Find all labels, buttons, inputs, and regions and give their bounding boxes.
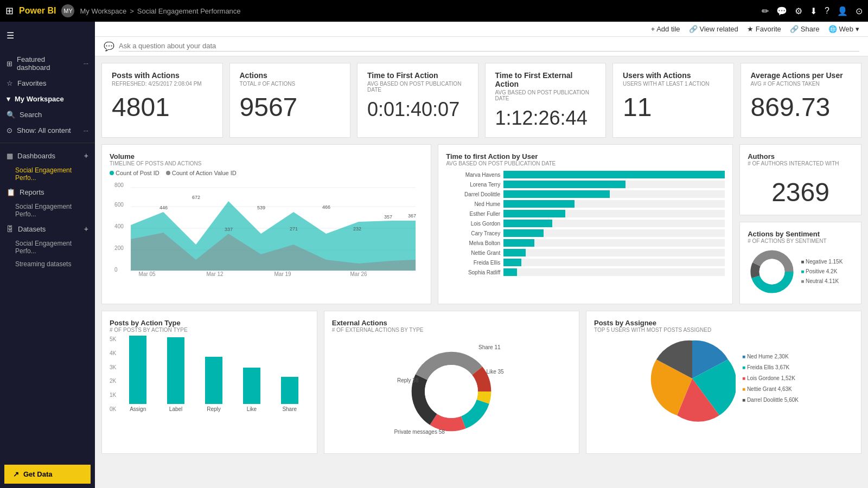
action-bar: Assign — [123, 336, 153, 412]
sentiment-card[interactable]: Actions by Sentiment # OF ACTIONS BY SEN… — [739, 222, 861, 304]
powerbi-logo: Power BI — [19, 6, 56, 16]
view-related-button[interactable]: 🔗 View related — [689, 25, 738, 33]
user-icon[interactable]: 👤 — [837, 6, 848, 16]
assignee-3: Nettie Grant 4,63K — [747, 386, 792, 392]
assignee-subtitle: TOP 5 USERS WITH MOST POSTS ASSIGNED — [594, 327, 853, 333]
action-bar: Like — [237, 368, 267, 412]
report-sub-label: Social Engagement Perfo... — [15, 203, 88, 218]
kpi-subtitle: AVG # OF ACTIONS TAKEN — [751, 81, 852, 87]
kpi-avg-actions[interactable]: Average Actions per User AVG # OF ACTION… — [741, 63, 862, 138]
time-user-chart[interactable]: Time to first Action by User AVG BASED O… — [438, 144, 733, 304]
action-bar: Share — [275, 377, 305, 412]
sidebar-search[interactable]: 🔍 Search — [0, 107, 95, 123]
reports-label: Reports — [20, 188, 44, 196]
kpi-value: 1:12:26:44 — [495, 107, 596, 130]
add-dashboard-icon[interactable]: + — [84, 151, 88, 160]
get-data-button[interactable]: ↗ Get Data — [4, 465, 91, 484]
svg-text:357: 357 — [384, 214, 392, 220]
featured-more-icon[interactable]: ··· — [84, 60, 88, 67]
account-icon[interactable]: ⊙ — [856, 6, 863, 16]
external-donut: Share 11 Like 35 Reply 38 Private messag… — [381, 337, 522, 446]
sidebar-item-my-workspace[interactable]: ▾ My Workspace — [0, 91, 95, 107]
dashboard-icon: ⊞ — [7, 60, 12, 68]
svg-text:400: 400 — [114, 223, 124, 229]
avatar[interactable]: MY — [61, 4, 74, 17]
svg-point-35 — [425, 365, 478, 418]
svg-text:200: 200 — [114, 245, 124, 251]
reports-icon: 📋 — [7, 188, 15, 196]
posts-assignee-chart[interactable]: Posts by Assignee TOP 5 USERS WITH MOST … — [586, 311, 861, 454]
sidebar-item-reports[interactable]: 📋 Reports — [0, 184, 95, 200]
sidebar-item-featured-dashboard[interactable]: ⊞ Featured dashboard ··· — [0, 52, 95, 75]
sidebar-show-all[interactable]: ⊙ Show: All content ··· — [0, 123, 95, 138]
dashboard-toolbar: + Add tile 🔗 View related ★ Favorite 🔗 S… — [95, 22, 868, 37]
neutral-label: Neutral 4.11K — [806, 278, 839, 284]
sidebar-item-datasets[interactable]: 🗄 Datasets + — [0, 221, 95, 237]
sidebar-sub-streaming[interactable]: Streaming datasets — [0, 258, 95, 271]
kpi-title: Time to First External Action — [495, 71, 596, 88]
posts-action-chart[interactable]: Posts by Action Type # OF POSTS BY ACTIO… — [101, 311, 317, 454]
kpi-subtitle: REFRESHED: 4/25/2017 2:08:04 PM — [112, 81, 213, 87]
favorite-button[interactable]: ★ Favorite — [747, 25, 781, 33]
dashboard-sub-label: Social Engagement Perfo... — [15, 166, 88, 182]
settings-icon[interactable]: ⚙ — [795, 6, 802, 16]
download-icon[interactable]: ⬇ — [810, 6, 817, 16]
get-data-icon: ↗ — [13, 470, 19, 478]
svg-text:672: 672 — [192, 195, 200, 200]
action-bar-chart: Assign Label Reply Like Share — [118, 336, 309, 412]
sentiment-subtitle: # OF ACTIONS BY SENTIMENT — [748, 238, 853, 244]
svg-text:466: 466 — [322, 204, 330, 210]
help-icon[interactable]: ? — [825, 6, 829, 16]
kpi-row: Posts with Actions REFRESHED: 4/25/2017 … — [101, 63, 861, 138]
sidebar-item-dashboards[interactable]: ▦ Dashboards + — [0, 147, 95, 164]
add-tile-button[interactable]: + Add tile — [651, 25, 680, 33]
posts-action-title: Posts by Action Type — [110, 319, 309, 327]
kpi-posts-with-actions[interactable]: Posts with Actions REFRESHED: 4/25/2017 … — [101, 63, 223, 138]
sidebar-menu-toggle[interactable]: ☰ — [0, 26, 95, 45]
kpi-title: Posts with Actions — [112, 71, 213, 80]
breadcrumb-workspace[interactable]: My Workspace — [80, 7, 126, 15]
datasets-label: Datasets — [18, 225, 46, 233]
volume-svg: 800 600 400 200 0 446 — [110, 179, 423, 277]
authors-card[interactable]: Authors # OF AUTHORS INTERACTED WITH 236… — [739, 144, 861, 215]
volume-chart[interactable]: Volume TIMELINE OF POSTS AND ACTIONS Cou… — [101, 144, 431, 304]
show-more-icon[interactable]: ··· — [84, 127, 88, 134]
web-button[interactable]: 🌐 Web ▾ — [828, 25, 860, 33]
sidebar-item-favorites[interactable]: ☆ Favorites — [0, 75, 95, 91]
kpi-title: Average Actions per User — [751, 71, 852, 80]
share-button[interactable]: 🔗 Share — [790, 25, 820, 33]
kpi-users-with-actions[interactable]: Users with Actions USERS WITH AT LEAST 1… — [612, 63, 734, 138]
kpi-title: Users with Actions — [623, 71, 724, 80]
time-user-title: Time to first Action by User — [446, 152, 725, 160]
sidebar-sub-report[interactable]: Social Engagement Perfo... — [0, 200, 95, 221]
authors-subtitle: # OF AUTHORS INTERACTED WITH — [748, 160, 853, 166]
dashboards-label: Dashboards — [17, 152, 55, 160]
kpi-value: 869.73 — [751, 92, 852, 122]
assignee-title: Posts by Assignee — [594, 319, 853, 327]
user-bar-row: Nettie Grant — [446, 249, 725, 256]
action-bar: Label — [161, 337, 191, 412]
show-all-label: Show: All content — [17, 126, 71, 134]
star-icon: ☆ — [7, 79, 13, 87]
bottom-row: Posts by Action Type # OF POSTS BY ACTIO… — [101, 311, 861, 454]
edit-icon[interactable]: ✏ — [762, 6, 769, 16]
sidebar-sub-dashboard[interactable]: Social Engagement Perfo... — [0, 164, 95, 184]
apps-icon[interactable]: ⊞ — [5, 5, 14, 17]
qa-bar: 💬 — [95, 37, 868, 56]
kpi-actions[interactable]: Actions TOTAL # OF ACTIONS 9567 — [229, 63, 351, 138]
add-dataset-icon[interactable]: + — [84, 224, 88, 233]
sidebar-sub-dataset1[interactable]: Social Engagement Perfo... — [0, 237, 95, 258]
svg-point-28 — [760, 259, 785, 285]
volume-title: Volume — [110, 152, 423, 160]
action-bar: Reply — [199, 357, 229, 412]
qa-input[interactable] — [119, 42, 859, 52]
kpi-time-first-action[interactable]: Time to First Action AVG BASED ON POST P… — [357, 63, 478, 138]
comment-icon[interactable]: 💬 — [776, 6, 787, 16]
volume-subtitle: TIMELINE OF POSTS AND ACTIONS — [110, 160, 423, 166]
posts-action-subtitle: # OF POSTS BY ACTION TYPE — [110, 327, 309, 333]
kpi-title: Actions — [240, 71, 341, 80]
assignee-2: Lois Gordone 1,52K — [747, 375, 795, 381]
external-actions-chart[interactable]: External Actions # OF EXTERNAL ACTIONS B… — [324, 311, 579, 454]
svg-text:Like 35: Like 35 — [487, 369, 505, 375]
kpi-time-external[interactable]: Time to First External Action AVG BASED … — [485, 63, 607, 138]
